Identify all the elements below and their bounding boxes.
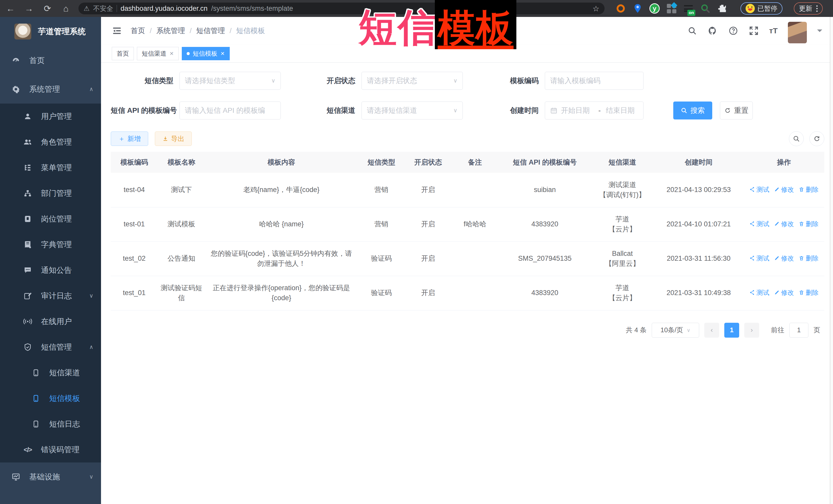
tab-sms-channel[interactable]: 短信渠道 ✕ <box>137 47 179 60</box>
sidebar-item-roles[interactable]: 角色管理 <box>0 129 101 155</box>
blue-pin-extension-icon[interactable] <box>632 3 643 14</box>
test-action-link[interactable]: 测试 <box>749 288 769 297</box>
delete-action-link[interactable]: 删除 <box>799 254 819 263</box>
sidebar-item-label: 基础设施 <box>29 472 80 482</box>
extension-on-badge: on <box>687 10 695 16</box>
avatar-dropdown-caret[interactable] <box>817 29 822 34</box>
export-button[interactable]: 导出 <box>155 131 192 146</box>
browser-update-button[interactable]: 更新 <box>794 2 823 15</box>
col-template-content: 模板内容 <box>205 152 358 173</box>
sidebar-item-error-codes[interactable]: </> 错误码管理 <box>0 437 101 462</box>
close-icon[interactable]: ✕ <box>169 50 174 57</box>
sidebar-item-online-users[interactable]: 在线用户 <box>0 309 101 334</box>
test-action-link[interactable]: 测试 <box>749 219 769 229</box>
sidebar-item-menus[interactable]: 菜单管理 <box>0 155 101 181</box>
browser-forward-button[interactable]: → <box>23 3 35 14</box>
sidebar-item-sms-template[interactable]: 短信模板 <box>0 386 101 411</box>
goto-page-input[interactable] <box>789 323 808 338</box>
sidebar-collapse-button[interactable] <box>112 26 122 36</box>
fullscreen-icon[interactable] <box>748 26 759 36</box>
test-action-link[interactable]: 测试 <box>749 185 769 194</box>
api-template-id-input-box <box>180 101 281 119</box>
extensions-puzzle-icon[interactable] <box>717 3 728 14</box>
status-select[interactable]: 请选择开启状态 ∨ <box>361 72 463 90</box>
orange-ring-extension-icon[interactable] <box>615 3 626 14</box>
tabs-on-extension-icon[interactable]: on <box>683 3 694 14</box>
sidebar-item-users[interactable]: 用户管理 <box>0 103 101 129</box>
edit-action-link[interactable]: 修改 <box>774 254 794 263</box>
tab-sms-template[interactable]: 短信模板 ✕ <box>182 47 230 60</box>
font-size-icon[interactable]: тT <box>769 26 778 35</box>
sidebar-item-label: 系统管理 <box>29 84 80 95</box>
template-code-input[interactable] <box>550 77 638 85</box>
sidebar-item-sms-channel[interactable]: 短信渠道 <box>0 360 101 386</box>
next-page-button[interactable]: › <box>744 323 759 338</box>
sidebar-item-departments[interactable]: 部门管理 <box>0 181 101 206</box>
close-icon[interactable]: ✕ <box>220 50 225 57</box>
chevron-down-icon: ∨ <box>89 474 93 480</box>
green-magnifier-extension-icon[interactable] <box>700 3 711 14</box>
refresh-table-button[interactable] <box>809 131 824 146</box>
edit-action-link[interactable]: 修改 <box>774 288 794 297</box>
template-code-label: 模板编码 <box>478 76 545 86</box>
edit-action-link[interactable]: 修改 <box>774 219 794 229</box>
chevron-down-icon: ∨ <box>453 107 457 114</box>
address-bar[interactable]: ⚠ 不安全 dashboard.yudao.iocoder.cn/system/… <box>78 3 604 14</box>
bookmark-star-icon[interactable]: ☆ <box>593 4 599 13</box>
pagination-total: 共 4 条 <box>626 326 647 335</box>
user-avatar[interactable] <box>788 22 807 43</box>
browser-back-button[interactable]: ← <box>5 3 17 14</box>
page-scrollbar[interactable] <box>830 17 833 504</box>
security-label: 不安全 <box>93 4 113 13</box>
sidebar-item-sms[interactable]: 短信管理 ∧ <box>0 334 101 360</box>
breadcrumb-system[interactable]: 系统管理 <box>157 26 185 35</box>
pagination: 共 4 条 10条/页 ∨ ‹ 1 › 前往 页 <box>111 323 824 338</box>
add-button[interactable]: ＋ 新增 <box>111 131 148 146</box>
sidebar-item-posts[interactable]: 岗位管理 <box>0 206 101 232</box>
prev-page-button[interactable]: ‹ <box>704 323 719 338</box>
reset-button[interactable]: 重置 <box>720 101 753 119</box>
page-size-select[interactable]: 10条/页 ∨ <box>652 323 699 338</box>
tab-home[interactable]: 首页 <box>112 47 134 60</box>
col-remark: 备注 <box>451 152 499 173</box>
header-search-icon[interactable] <box>687 26 697 36</box>
sms-type-select[interactable]: 请选择短信类型 ∨ <box>180 72 281 90</box>
search-button[interactable]: 搜索 <box>673 101 712 119</box>
browser-reload-button[interactable]: ⟳ <box>42 3 53 14</box>
breadcrumb-sms[interactable]: 短信管理 <box>196 26 225 35</box>
sidebar-item-label: 字典管理 <box>41 239 93 250</box>
sidebar-item-sms-log[interactable]: 短信日志 <box>0 411 101 437</box>
sidebar-item-home[interactable]: 首页 <box>0 46 101 75</box>
sidebar-item-label: 短信日志 <box>49 419 93 429</box>
browser-menu-icon[interactable] <box>816 5 817 12</box>
github-icon[interactable] <box>708 26 718 36</box>
page-content: 短信类型 请选择短信类型 ∨ 开启状态 请选择开启状态 ∨ 模板编码 <box>101 63 833 504</box>
browser-profile-chip[interactable]: 已暂停 <box>740 2 783 15</box>
api-template-id-input[interactable] <box>185 106 276 115</box>
sidebar-item-audit-log[interactable]: 审计日志 ∨ <box>0 283 101 309</box>
sidebar-item-label: 错误码管理 <box>41 445 93 455</box>
channel-select[interactable]: 请选择短信渠道 ∨ <box>361 101 463 119</box>
show-search-toggle-button[interactable] <box>789 131 804 146</box>
delete-action-link[interactable]: 删除 <box>799 288 819 297</box>
date-range-picker[interactable]: 开始日期 - 结束日期 <box>545 101 644 119</box>
sidebar-item-dictionary[interactable]: 字典管理 <box>0 232 101 257</box>
grid-extension-icon[interactable] <box>666 3 677 14</box>
sidebar-item-infrastructure[interactable]: 基础设施 ∨ <box>0 462 101 491</box>
browser-home-button[interactable]: ⌂ <box>60 3 72 14</box>
sidebar-item-announcements[interactable]: 通知公告 <box>0 257 101 283</box>
code-icon: </> <box>23 445 32 454</box>
breadcrumb-home[interactable]: 首页 <box>131 26 145 35</box>
calendar-icon <box>550 107 557 114</box>
help-icon[interactable] <box>728 26 738 36</box>
edit-action-link[interactable]: 修改 <box>774 185 794 194</box>
signal-icon <box>23 317 32 326</box>
test-action-link[interactable]: 测试 <box>749 254 769 263</box>
delete-action-link[interactable]: 删除 <box>799 185 819 194</box>
sidebar-item-system[interactable]: 系统管理 ∧ <box>0 75 101 103</box>
delete-action-link[interactable]: 删除 <box>799 219 819 229</box>
page-number-1[interactable]: 1 <box>724 323 739 338</box>
green-y-extension-icon[interactable]: y <box>649 3 660 14</box>
url-domain: dashboard.yudao.iocoder.cn <box>120 5 208 13</box>
phone-icon <box>31 368 41 377</box>
